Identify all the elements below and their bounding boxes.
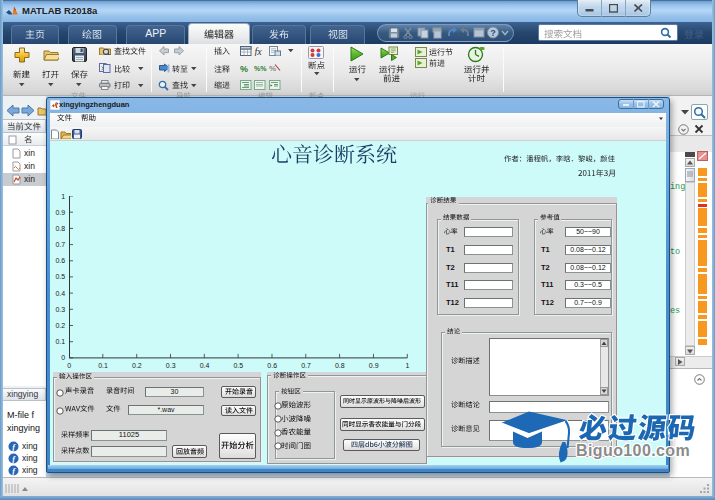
svg-text:fx: fx [255,46,263,56]
svg-text:%: % [240,64,248,74]
svg-text:%%: %% [254,65,267,72]
svg-text:?: ? [490,28,496,38]
